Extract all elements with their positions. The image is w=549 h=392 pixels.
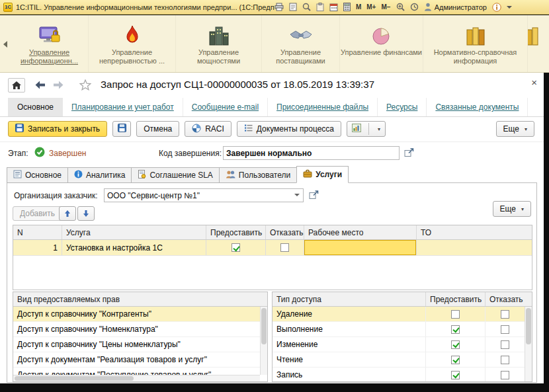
list-item[interactable]: Доступ к справочнику "Контрагенты" <box>13 307 260 322</box>
reports-split-button[interactable]: ▾ <box>347 121 386 137</box>
nav-link-planning[interactable]: Планирование и учет работ <box>63 98 183 116</box>
favorites-star-icon[interactable] <box>79 79 91 91</box>
ribbon-section-continuity[interactable]: Управление непрерывностью ... <box>89 15 176 72</box>
vertical-scrollbar[interactable] <box>260 307 267 375</box>
ribbon-section-reference-info[interactable]: Нормативно-справочная информация <box>423 15 528 72</box>
add-button[interactable]: Добавить <box>13 206 62 221</box>
ribbon-section-it-management[interactable]: Управление информационн... <box>11 15 89 72</box>
column-header-grant[interactable]: Предоставить <box>426 292 486 306</box>
nav-link-attachments[interactable]: Присоединенные файлы <box>268 98 378 116</box>
scrollbar-thumb[interactable] <box>15 376 134 381</box>
forward-button[interactable] <box>53 81 64 89</box>
column-header-access-type[interactable]: Тип доступа <box>273 292 426 306</box>
column-header-workplace[interactable]: Рабочее место <box>304 225 417 239</box>
table-row[interactable]: Изменение <box>273 337 525 352</box>
deny-checkbox[interactable] <box>280 243 289 252</box>
table-row[interactable]: Запись <box>273 368 525 381</box>
preview-icon[interactable] <box>289 3 297 11</box>
grant-checkbox[interactable] <box>451 310 460 319</box>
completion-code-field[interactable] <box>223 146 400 160</box>
column-header-grant[interactable]: Предоставить <box>206 225 266 239</box>
workplace-cell[interactable] <box>304 240 417 255</box>
deny-checkbox[interactable] <box>501 325 509 334</box>
open-value-icon[interactable] <box>404 148 414 157</box>
nav-link-related-docs[interactable]: Связанные документы <box>427 98 528 116</box>
open-value-icon[interactable] <box>309 190 319 200</box>
calculator-icon[interactable] <box>343 3 351 11</box>
ribbon-section-suppliers[interactable]: Управление поставщиками <box>262 15 340 72</box>
raci-button[interactable]: RACI <box>185 121 232 137</box>
more-button[interactable]: Еще▾ <box>496 121 534 137</box>
scrollbar-thumb[interactable] <box>526 308 531 344</box>
list-item[interactable]: Доступ к справочнику "Номенклатура" <box>13 322 260 337</box>
more-button[interactable]: Еще▾ <box>493 201 531 217</box>
info-icon[interactable] <box>492 3 501 12</box>
cancel-button[interactable]: Отмена <box>136 121 179 137</box>
column-header-to[interactable]: ТО <box>417 225 532 239</box>
table-row[interactable]: Чтение <box>273 352 525 368</box>
deny-checkbox[interactable] <box>501 310 509 319</box>
ribbon-section-capacity[interactable]: Управление мощностями <box>176 15 262 72</box>
deny-checkbox[interactable] <box>501 356 509 364</box>
analytics-info-icon <box>74 170 83 180</box>
deny-cell <box>486 368 525 381</box>
nav-tab-main[interactable]: Основное <box>8 98 63 116</box>
deny-checkbox[interactable] <box>501 340 509 349</box>
zoom-in-icon[interactable] <box>396 3 405 11</box>
move-up-button[interactable] <box>59 206 76 221</box>
rights-panel-header[interactable]: Вид предоставляемых прав <box>13 292 267 307</box>
tab-sla[interactable]: Соглашение SLA <box>131 167 219 183</box>
column-header-deny[interactable]: Отказать <box>486 292 532 306</box>
memory-m-plus-button[interactable]: М+ <box>366 3 376 11</box>
move-down-button[interactable] <box>77 206 95 221</box>
nav-link-resources[interactable]: Ресурсы <box>378 98 427 116</box>
column-header-n[interactable]: N <box>13 225 62 239</box>
table-row[interactable]: Удаление <box>273 307 525 322</box>
user-button[interactable]: Администратор <box>424 3 487 11</box>
deny-checkbox[interactable] <box>501 371 509 379</box>
combo-arrow-icon[interactable] <box>294 194 300 199</box>
table-row[interactable]: Выполнение <box>273 322 525 337</box>
nav-link-email[interactable]: Сообщение e-mail <box>183 98 268 116</box>
save-button[interactable] <box>112 121 131 137</box>
save-and-close-button[interactable]: Записать и закрыть <box>8 121 107 137</box>
memory-m-button[interactable]: М <box>356 3 361 11</box>
back-button[interactable] <box>34 81 46 89</box>
home-button[interactable] <box>8 78 25 93</box>
tab-users[interactable]: Пользователи <box>219 167 297 183</box>
horizontal-scrollbar[interactable] <box>13 375 260 381</box>
grant-checkbox[interactable] <box>451 371 460 379</box>
column-header-deny[interactable]: Отказать <box>266 225 304 239</box>
memory-m-minus-button[interactable]: М− <box>381 3 390 11</box>
customer-org-field[interactable] <box>104 188 304 202</box>
separator <box>0 141 544 142</box>
calendar-icon[interactable] <box>329 3 338 11</box>
history-clock-icon[interactable] <box>410 3 419 11</box>
ribbon-section-partial[interactable] <box>528 15 542 72</box>
chevron-down-icon[interactable] <box>507 6 512 11</box>
list-item[interactable]: Доступ к документам "Реализация товаров … <box>13 352 260 368</box>
search-icon[interactable] <box>302 3 311 11</box>
list-item[interactable]: Доступ к документам "Поступление товаров… <box>13 368 260 375</box>
close-icon[interactable]: × <box>531 77 537 88</box>
ribbon-scroll-left[interactable] <box>3 39 8 51</box>
tab-main[interactable]: Основное <box>7 167 68 183</box>
print-icon[interactable] <box>274 3 284 11</box>
grant-checkbox[interactable] <box>232 243 240 252</box>
scrollbar-thumb[interactable] <box>261 308 267 344</box>
process-documents-button[interactable]: Документы процесса <box>237 121 341 137</box>
column-header-service[interactable]: Услуга <box>62 225 206 239</box>
tab-services[interactable]: Услуги <box>296 166 349 183</box>
form-icon <box>13 170 22 180</box>
vertical-scrollbar[interactable] <box>525 307 532 381</box>
list-item[interactable]: Доступ к справочнику "Цены номенклатуры" <box>13 337 260 352</box>
tab-analytics[interactable]: Аналитика <box>67 167 132 183</box>
grant-checkbox[interactable] <box>451 356 460 364</box>
grant-checkbox[interactable] <box>451 325 460 334</box>
to-cell[interactable] <box>417 240 532 255</box>
service-cell[interactable]: Установка и настройка 1С <box>62 240 206 255</box>
clipboard-icon[interactable] <box>316 3 324 11</box>
grant-checkbox[interactable] <box>451 340 460 349</box>
table-row[interactable]: 1 Установка и настройка 1С <box>13 240 532 256</box>
ribbon-section-finance[interactable]: Управление финансами <box>340 15 423 72</box>
